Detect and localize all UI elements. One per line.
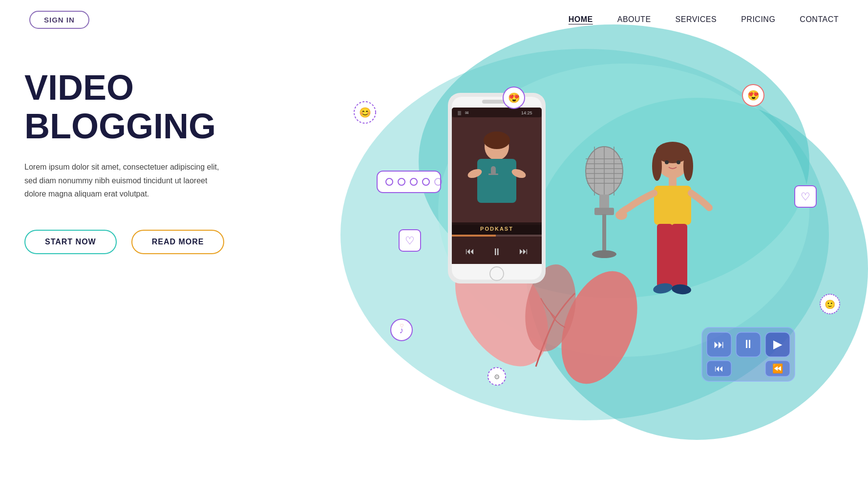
svg-text:▶: ▶ bbox=[773, 337, 783, 350]
svg-point-34 bbox=[652, 152, 662, 181]
svg-text:😍: 😍 bbox=[508, 92, 520, 104]
nav-pricing[interactable]: PRICING bbox=[741, 15, 775, 24]
svg-text:🙂: 🙂 bbox=[825, 299, 836, 310]
svg-rect-18 bbox=[477, 159, 516, 203]
sign-in-button[interactable]: SIGN IN bbox=[29, 11, 89, 29]
svg-text:♡: ♡ bbox=[801, 191, 810, 203]
nav-home[interactable]: HOME bbox=[569, 15, 593, 24]
svg-point-35 bbox=[683, 152, 693, 181]
nav-aboute[interactable]: ABOUTE bbox=[617, 15, 651, 24]
hero-title: VIDEO BLOGGING bbox=[24, 68, 259, 146]
svg-text:⏪: ⏪ bbox=[772, 363, 783, 374]
hero-description: Lorem ipsum dolor sit amet, consectetuer… bbox=[24, 160, 230, 200]
svg-text:PODKAST: PODKAST bbox=[480, 226, 513, 232]
svg-rect-41 bbox=[657, 224, 673, 287]
svg-rect-38 bbox=[669, 177, 677, 187]
svg-text:⏭: ⏭ bbox=[519, 246, 528, 256]
svg-text:♡: ♡ bbox=[400, 323, 404, 328]
svg-text:14:25: 14:25 bbox=[521, 110, 532, 115]
svg-text:⚙: ⚙ bbox=[494, 373, 500, 381]
svg-text:♡: ♡ bbox=[405, 235, 415, 247]
svg-point-40 bbox=[615, 210, 627, 220]
start-now-button[interactable]: START NOW bbox=[24, 230, 117, 254]
navigation: HOME ABOUTE SERVICES PRICING CONTACT bbox=[569, 15, 839, 24]
svg-point-36 bbox=[665, 160, 669, 164]
svg-rect-42 bbox=[672, 224, 687, 287]
svg-text:|||: ||| bbox=[458, 110, 461, 115]
hero-buttons: START NOW READ MORE bbox=[24, 230, 259, 254]
nav-contact[interactable]: CONTACT bbox=[800, 15, 839, 24]
header: SIGN IN HOME ABOUTE SERVICES PRICING CON… bbox=[0, 0, 868, 39]
svg-rect-39 bbox=[654, 186, 691, 225]
hero-left-content: VIDEO BLOGGING Lorem ipsum dolor sit ame… bbox=[24, 68, 259, 254]
svg-rect-57 bbox=[602, 214, 606, 253]
svg-text:⏸: ⏸ bbox=[492, 246, 502, 257]
svg-text:⏭: ⏭ bbox=[714, 338, 724, 350]
svg-rect-55 bbox=[599, 195, 609, 209]
read-more-button[interactable]: READ MORE bbox=[131, 230, 225, 254]
svg-text:⏸: ⏸ bbox=[742, 337, 754, 350]
svg-text:😊: 😊 bbox=[359, 107, 371, 118]
background-svg: ||| ✉ 14:25 PODKAST bbox=[282, 24, 868, 464]
svg-text:😍: 😍 bbox=[747, 89, 760, 101]
svg-text:⏮: ⏮ bbox=[715, 364, 723, 373]
svg-text:⏮: ⏮ bbox=[466, 246, 474, 256]
nav-services[interactable]: SERVICES bbox=[676, 15, 717, 24]
svg-point-17 bbox=[484, 131, 510, 149]
svg-rect-26 bbox=[452, 235, 496, 237]
svg-point-58 bbox=[592, 250, 616, 258]
svg-point-37 bbox=[677, 160, 680, 164]
svg-rect-65 bbox=[377, 171, 441, 193]
svg-text:✉: ✉ bbox=[465, 110, 469, 115]
svg-rect-56 bbox=[594, 208, 614, 215]
hero-illustration: ||| ✉ 14:25 PODKAST bbox=[282, 24, 868, 464]
svg-rect-22 bbox=[488, 174, 498, 175]
